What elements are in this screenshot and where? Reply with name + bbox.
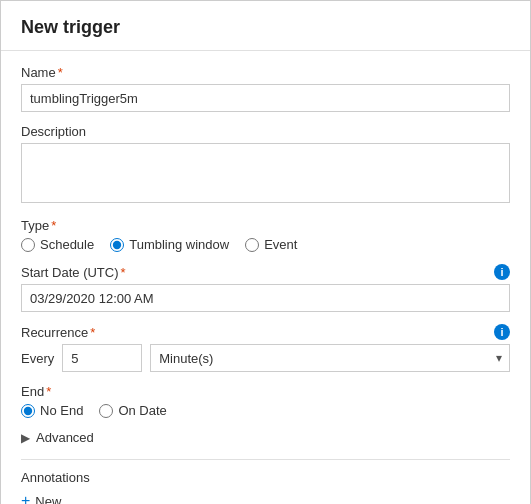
description-group: Description xyxy=(21,124,510,206)
plus-icon: + xyxy=(21,493,30,504)
type-event-label: Event xyxy=(264,237,297,252)
type-radio-schedule[interactable] xyxy=(21,238,35,252)
name-label: Name* xyxy=(21,65,510,80)
start-date-required-star: * xyxy=(121,265,126,280)
end-option-noend[interactable]: No End xyxy=(21,403,83,418)
new-button-label: New xyxy=(35,494,61,505)
every-label: Every xyxy=(21,351,54,366)
name-required-star: * xyxy=(58,65,63,80)
end-group: End* No End On Date xyxy=(21,384,510,418)
recurrence-required-star: * xyxy=(90,325,95,340)
name-group: Name* xyxy=(21,65,510,112)
type-group: Type* Schedule Tumbling window Event xyxy=(21,218,510,252)
divider xyxy=(21,459,510,460)
advanced-arrow-icon: ▶ xyxy=(21,431,30,445)
new-annotation-button[interactable]: + New xyxy=(21,489,61,504)
type-required-star: * xyxy=(51,218,56,233)
description-input[interactable] xyxy=(21,143,510,203)
end-radio-ondate[interactable] xyxy=(99,404,113,418)
new-trigger-dialog: New trigger Name* Description Type* Sche… xyxy=(0,0,531,504)
end-radio-group: No End On Date xyxy=(21,403,510,418)
dialog-body: Name* Description Type* Schedule Tumblin… xyxy=(1,51,530,504)
type-option-tumbling[interactable]: Tumbling window xyxy=(110,237,229,252)
recurrence-row: Every Minute(s) Hour(s) Day(s) ▾ xyxy=(21,344,510,372)
dialog-title: New trigger xyxy=(21,17,510,38)
start-date-label: Start Date (UTC)* xyxy=(21,265,126,280)
recurrence-label-row: Recurrence* i xyxy=(21,324,510,340)
start-date-input[interactable] xyxy=(21,284,510,312)
start-date-label-row: Start Date (UTC)* i xyxy=(21,264,510,280)
advanced-row[interactable]: ▶ Advanced xyxy=(21,428,510,447)
type-tumbling-label: Tumbling window xyxy=(129,237,229,252)
type-schedule-label: Schedule xyxy=(40,237,94,252)
type-radio-event[interactable] xyxy=(245,238,259,252)
recurrence-unit-select[interactable]: Minute(s) Hour(s) Day(s) xyxy=(150,344,510,372)
recurrence-value-input[interactable] xyxy=(62,344,142,372)
recurrence-group: Recurrence* i Every Minute(s) Hour(s) Da… xyxy=(21,324,510,372)
name-input[interactable] xyxy=(21,84,510,112)
type-radio-tumbling[interactable] xyxy=(110,238,124,252)
type-option-schedule[interactable]: Schedule xyxy=(21,237,94,252)
end-radio-noend[interactable] xyxy=(21,404,35,418)
start-date-group: Start Date (UTC)* i xyxy=(21,264,510,312)
start-date-info-icon[interactable]: i xyxy=(494,264,510,280)
annotations-label: Annotations xyxy=(21,470,510,485)
advanced-label: Advanced xyxy=(36,430,94,445)
recurrence-unit-select-wrap: Minute(s) Hour(s) Day(s) ▾ xyxy=(150,344,510,372)
end-option-ondate[interactable]: On Date xyxy=(99,403,166,418)
type-option-event[interactable]: Event xyxy=(245,237,297,252)
end-ondate-label: On Date xyxy=(118,403,166,418)
recurrence-info-icon[interactable]: i xyxy=(494,324,510,340)
recurrence-label: Recurrence* xyxy=(21,325,95,340)
type-label: Type* xyxy=(21,218,510,233)
end-noend-label: No End xyxy=(40,403,83,418)
dialog-header: New trigger xyxy=(1,1,530,51)
type-radio-group: Schedule Tumbling window Event xyxy=(21,237,510,252)
description-label: Description xyxy=(21,124,510,139)
annotations-section: Annotations + New xyxy=(21,470,510,504)
end-required-star: * xyxy=(46,384,51,399)
end-label: End* xyxy=(21,384,510,399)
